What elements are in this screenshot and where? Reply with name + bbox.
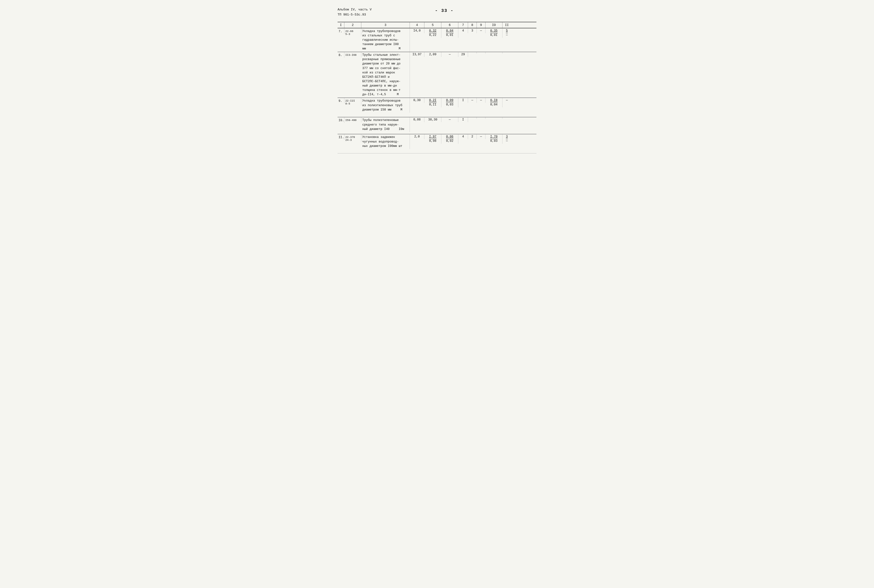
col-header-5: 5 — [424, 22, 442, 28]
row-8-desc: Трубы стальные элект-росварные прямошовн… — [361, 52, 410, 98]
row-7-col8: 3 — [468, 28, 477, 33]
row-7-col9: — — [477, 28, 485, 33]
row-11-col10: I,70 0,03 — [485, 134, 503, 144]
col-header-4: 4 — [410, 22, 424, 28]
main-table: I 2 3 4 5 6 7 8 9 IO II 7. 22-66 5-3 Укл… — [338, 22, 536, 154]
row-7-col11: 5 — — [503, 28, 511, 38]
row-11-desc: Установка задвижекчугунных водопровод-ны… — [361, 134, 410, 149]
page-number: - 33 - — [435, 7, 454, 13]
row-11-col7: 4 — [458, 134, 468, 139]
row-7-col4: I4,0 — [410, 28, 424, 33]
row-10-col10 — [485, 117, 503, 119]
header-album: Альбом IV, часть V — [338, 7, 371, 12]
row-11-col6: 0,06 0,02 — [442, 134, 458, 144]
row-11-col8: 2 — [468, 134, 477, 139]
table-row: 7. 22-66 5-3 Укладка трубопроводовиз ста… — [338, 28, 536, 52]
col-header-9: 9 — [477, 22, 485, 28]
row-8-col9 — [477, 52, 485, 54]
row-10-code: I59-490 — [344, 117, 361, 122]
row-11-col4: 2,0 — [410, 134, 424, 139]
col-header-10: IO — [485, 22, 503, 28]
col-header-2: 2 — [344, 22, 361, 28]
row-10-col6: — — [442, 117, 458, 122]
row-7-desc: Укладка трубопроводовиз стальных труб сг… — [361, 28, 410, 52]
row-9-col5: 0,2I 0,II — [424, 98, 442, 107]
col-header-7: 7 — [458, 22, 468, 28]
row-10-desc: Трубы полиэтиленовыесреднего типа наруж-… — [361, 117, 410, 132]
row-8-col6: — — [442, 52, 458, 57]
row-8-col8 — [468, 52, 477, 54]
row-8-num: 8. — [338, 52, 344, 58]
col-header-1: I — [338, 22, 344, 28]
table-row: 8. II3-I68 Трубы стальные элект-росварны… — [338, 52, 536, 98]
row-8-col7: 29 — [458, 52, 468, 57]
header-left: Альбом IV, часть V ТП 901-5-53с.93 — [338, 7, 371, 18]
row-9-code: 22-I2I 8-5 — [344, 98, 361, 106]
table-row: 9. 22-I2I 8-5 Укладка трубопроводовиз по… — [338, 98, 536, 117]
row-9-col11: — — [503, 98, 511, 103]
row-9-col6: 0,09 0,03 — [442, 98, 458, 107]
row-8-col4: I3,97 — [410, 52, 424, 57]
row-11-col9: — — [477, 134, 485, 139]
row-7-col5: 0,32 0,22 — [424, 28, 442, 38]
row-8-col5: 2,09 — [424, 52, 442, 57]
row-11-col5: I,97 0,98 — [424, 134, 442, 144]
row-10-col4: 0,08 — [410, 117, 424, 122]
row-9-desc: Укладка трубопроводовиз полиэтиленовых т… — [361, 98, 410, 112]
row-9-col4: 0,30 — [410, 98, 424, 103]
row-7-col7: 4 — [458, 28, 468, 33]
row-8-code: II3-I68 — [344, 52, 361, 57]
row-7-col10: 0,35 0,0I — [485, 28, 503, 38]
col-header-11: II — [503, 22, 511, 28]
column-header-row: I 2 3 4 5 6 7 8 9 IO II — [338, 22, 536, 28]
row-8-col10 — [485, 52, 503, 54]
row-10-col8 — [468, 117, 477, 119]
row-9-num: 9. — [338, 98, 344, 104]
col-header-8: 8 — [468, 22, 477, 28]
row-7-col6: 0,04 0,0I — [442, 28, 458, 38]
row-11-col11: 3 — — [503, 134, 511, 144]
row-7-code: 22-66 5-3 — [344, 28, 361, 36]
row-10-num: I0. — [338, 117, 344, 123]
row-9-col9: — — [477, 98, 485, 103]
row-10-col11 — [503, 117, 511, 119]
col-header-3: 3 — [361, 22, 410, 28]
row-8-col11 — [503, 52, 511, 54]
table-row: II. 22-370 24-3 Установка задвижекчугунн… — [338, 134, 536, 153]
row-9-col10: 0,I8 0,04 — [485, 98, 503, 107]
row-11-code: 22-370 24-3 — [344, 134, 361, 142]
header-tp: ТП 901-5-53с.93 — [338, 12, 371, 18]
row-10-col7: I — [458, 117, 468, 122]
row-9-col7: I — [458, 98, 468, 103]
row-11-num: II. — [338, 134, 344, 140]
row-7-num: 7. — [338, 28, 344, 34]
col-header-6: 6 — [442, 22, 458, 28]
row-10-col9 — [477, 117, 485, 119]
row-10-col5: 38,30 — [424, 117, 442, 122]
row-9-col8: — — [468, 98, 477, 103]
table-row: I0. I59-490 Трубы полиэтиленовыесреднего… — [338, 117, 536, 134]
page-header: Альбом IV, часть V ТП 901-5-53с.93 - 33 … — [338, 5, 536, 18]
